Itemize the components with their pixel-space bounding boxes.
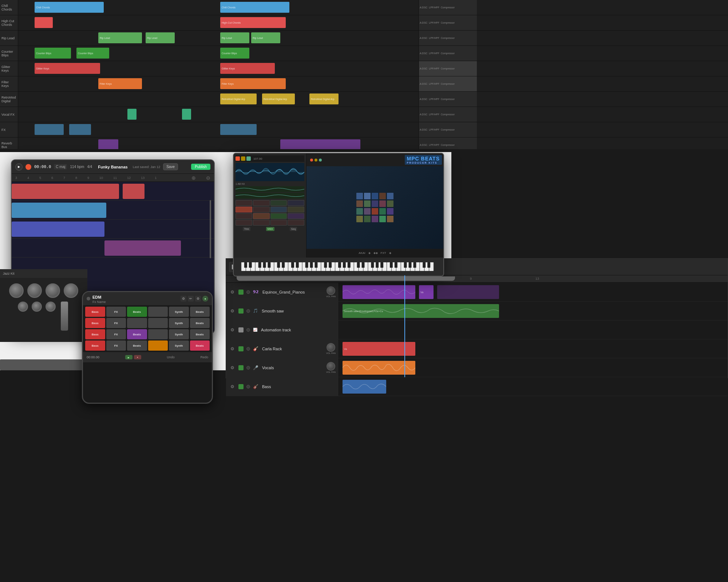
- kit-10[interactable]: [387, 200, 393, 207]
- mute-vocals[interactable]: [238, 365, 244, 370]
- solo-equinox[interactable]: [246, 290, 250, 294]
- phone-pad-beats2-3[interactable]: Beats: [190, 329, 210, 339]
- phone-pad-empty-1[interactable]: [148, 307, 168, 317]
- phone-pad-empty-2[interactable]: [127, 318, 147, 328]
- phone-pad-fx-4[interactable]: FX: [106, 340, 126, 351]
- kit-13[interactable]: [372, 208, 378, 215]
- solo-vocals[interactable]: [246, 366, 250, 370]
- drum-knob-3[interactable]: [46, 283, 60, 298]
- mpc-pad-9[interactable]: [236, 213, 252, 219]
- top-clip-1-1[interactable]: High-Cut Chords: [220, 17, 286, 28]
- gear-icon-bass[interactable]: ⚙: [229, 383, 236, 390]
- save-button[interactable]: Save: [163, 163, 178, 170]
- top-clip-2-2[interactable]: Rip Lead: [220, 32, 249, 43]
- clip-bass-1[interactable]: [343, 380, 386, 394]
- top-clip-3-2[interactable]: Counter Blips: [220, 48, 249, 59]
- mute-smoothsaw[interactable]: [238, 308, 244, 314]
- zoom-out-button[interactable]: ⊖: [206, 175, 210, 181]
- top-clip-8-2[interactable]: [220, 124, 257, 135]
- mute-bass[interactable]: [238, 384, 244, 389]
- kit-7[interactable]: [364, 200, 371, 207]
- clip-equinox-3[interactable]: [437, 285, 499, 299]
- drum-knob-6[interactable]: [32, 302, 42, 312]
- publish-button[interactable]: Publish: [191, 164, 210, 170]
- mpc-pad-6[interactable]: [253, 207, 270, 212]
- mac-clip-3[interactable]: [12, 203, 106, 218]
- top-clip-5-1[interactable]: Filter Keys: [220, 78, 286, 89]
- top-clip-6-1[interactable]: RetroMod Digital Arp: [262, 93, 295, 104]
- mac-clip-5[interactable]: [104, 240, 181, 256]
- mpc-ctrl-2[interactable]: MIDI: [266, 227, 274, 231]
- mpc-ctrl-3[interactable]: Seq: [290, 227, 297, 231]
- gear-icon-vocals[interactable]: ⚙: [229, 364, 236, 371]
- top-clip-4-1[interactable]: Glitter Keys: [220, 63, 275, 74]
- mpc-pad-4[interactable]: [288, 200, 304, 206]
- mpc-pad-3[interactable]: [270, 200, 287, 206]
- drum-knob-2[interactable]: [27, 283, 42, 298]
- phone-pad-beats-4[interactable]: Beats: [127, 340, 147, 351]
- kit-16[interactable]: [356, 216, 363, 222]
- phone-pad-fx-2[interactable]: FX: [106, 318, 126, 328]
- kit-14[interactable]: [379, 208, 386, 215]
- mpc-pad-14[interactable]: [253, 220, 270, 226]
- kit-1[interactable]: [356, 193, 363, 199]
- vol-knob-vocals[interactable]: [327, 362, 335, 371]
- top-clip-8-1[interactable]: [69, 124, 91, 135]
- play-button[interactable]: ▶: [15, 163, 23, 171]
- vol-knob-carlarack[interactable]: [327, 343, 335, 352]
- phone-pad-synth-3[interactable]: Synth: [169, 329, 189, 339]
- top-clip-5-0[interactable]: Filter Keys: [98, 78, 142, 89]
- solo-bass[interactable]: [246, 385, 250, 388]
- phone-settings-btn[interactable]: ⚙: [181, 296, 186, 302]
- phone-pad-fx-3[interactable]: FX: [106, 329, 126, 339]
- mac-clip-4[interactable]: [12, 222, 104, 237]
- phone-rec-btn[interactable]: ●: [134, 355, 141, 359]
- kit-9[interactable]: [379, 200, 386, 207]
- drum-knob-1[interactable]: [9, 283, 24, 298]
- mpc-pad-16[interactable]: [288, 220, 304, 226]
- mute-automation[interactable]: [238, 327, 244, 332]
- phone-pad-beats-3[interactable]: Beats: [127, 329, 147, 339]
- kit-4[interactable]: [379, 193, 386, 199]
- kit-11[interactable]: [356, 208, 363, 215]
- phone-pad-beats-1[interactable]: Beats: [127, 307, 147, 317]
- mpc-pad-5[interactable]: [236, 207, 252, 212]
- top-clip-1-0[interactable]: [35, 17, 53, 28]
- kit-20[interactable]: [387, 216, 393, 222]
- phone-pad-synth-4[interactable]: Synth: [169, 340, 189, 351]
- top-clip-2-1[interactable]: Rip Lead: [146, 32, 175, 43]
- kit-15[interactable]: [387, 208, 393, 215]
- kit-5[interactable]: [387, 193, 393, 199]
- phone-play-btn[interactable]: ▶: [125, 355, 132, 359]
- gear-icon-smoothsaw[interactable]: ⚙: [229, 308, 236, 314]
- top-clip-6-0[interactable]: RetroMod Digital Arp: [220, 93, 257, 104]
- phone-pad-synth-2[interactable]: Synth: [169, 318, 189, 328]
- phone-pad-bass-3[interactable]: Bass: [85, 329, 105, 339]
- top-clip-2-3[interactable]: Rip Lead: [251, 32, 280, 43]
- gear-icon-equinox[interactable]: ⚙: [229, 289, 236, 295]
- drum-knob-4[interactable]: [64, 283, 78, 298]
- kit-8[interactable]: [372, 200, 378, 207]
- mpc-pad-1[interactable]: [236, 200, 252, 206]
- mpc-max-btn[interactable]: [246, 156, 251, 161]
- mpc-pad-11[interactable]: [270, 213, 287, 219]
- solo-carlarack[interactable]: [246, 347, 250, 351]
- phone-pad-bass-4[interactable]: Bass: [85, 340, 105, 351]
- top-clip-4-0[interactable]: Glitter Keys: [35, 63, 100, 74]
- mpc-pad-13[interactable]: [236, 220, 252, 226]
- phone-pad-synth-1[interactable]: Synth: [169, 307, 189, 317]
- top-clip-3-1[interactable]: Counter Blips: [76, 48, 109, 59]
- top-clip-6-2[interactable]: RetroMod Digital Arp: [309, 93, 339, 104]
- vol-knob-equinox[interactable]: [327, 286, 335, 295]
- record-button[interactable]: [25, 164, 31, 170]
- phone-pad-beats2-2[interactable]: Beats: [190, 318, 210, 328]
- kit-12[interactable]: [364, 208, 371, 215]
- phone-pad-empty2-2[interactable]: [148, 318, 168, 328]
- top-clip-9-0[interactable]: [98, 139, 118, 149]
- mpc-pad-15[interactable]: [270, 220, 287, 226]
- top-clip-7-0[interactable]: [127, 109, 136, 120]
- gear-icon-automation[interactable]: ⚙: [229, 327, 236, 333]
- mpc-pad-7[interactable]: [270, 207, 287, 212]
- mac-clip-2[interactable]: [123, 184, 145, 199]
- kit-19[interactable]: [379, 216, 386, 222]
